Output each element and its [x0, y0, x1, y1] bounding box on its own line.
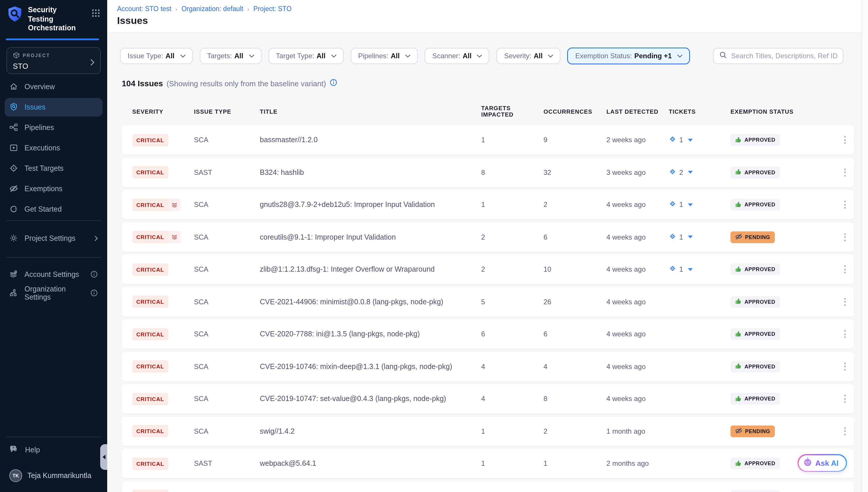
- issue-title-cell[interactable]: swig//1.4.2: [260, 427, 481, 435]
- table-row[interactable]: CRITICAL SAST django@1.2 1 22 2 months a…: [122, 481, 854, 492]
- chevron-down-icon: [248, 54, 254, 58]
- table-row[interactable]: CRITICAL SCA CVE-2021-44906: minimist@0.…: [122, 287, 854, 316]
- ticket-cell[interactable]: 1: [669, 135, 731, 145]
- user-menu[interactable]: TK Teja Kummarikuntla: [5, 466, 103, 485]
- issue-title-cell[interactable]: CVE-2019-10747: set-value@0.4.3 (lang-pk…: [260, 395, 481, 403]
- caret-down-icon[interactable]: [688, 236, 692, 239]
- issue-title-cell[interactable]: webpack@5.64.1: [260, 459, 481, 468]
- sidebar-item-overview[interactable]: Overview: [5, 77, 103, 96]
- ticket-cell[interactable]: 1: [669, 265, 731, 274]
- targets-impacted-cell: 8: [481, 168, 544, 176]
- table-header-row: SEVERITY ISSUE TYPE TITLE TARGETS IMPACT…: [122, 105, 854, 118]
- table-row[interactable]: CRITICAL SCA zlib@1:1.2.13.dfsg-1: Integ…: [122, 255, 854, 284]
- issue-title-cell[interactable]: bassmaster//1.2.0: [260, 136, 481, 144]
- targets-impacted-cell: 4: [481, 362, 544, 370]
- jira-icon: [669, 135, 676, 145]
- jira-icon: [669, 232, 676, 242]
- caret-down-icon[interactable]: [688, 171, 692, 174]
- row-menu-kebab[interactable]: [842, 263, 849, 276]
- issue-title-cell[interactable]: CVE-2020-7788: ini@1.3.5 (lang-pkgs, nod…: [260, 330, 481, 338]
- filter-scanner[interactable]: Scanner:All: [425, 48, 490, 64]
- table-row[interactable]: CRITICAL SCA coreutils@9.1-1: Improper I…: [122, 222, 854, 251]
- ticket-count: 1: [679, 233, 683, 241]
- info-icon[interactable]: [330, 78, 337, 89]
- row-menu-kebab[interactable]: [842, 295, 849, 308]
- caret-down-icon[interactable]: [688, 139, 692, 141]
- project-selector[interactable]: PROJECT STO: [6, 47, 101, 74]
- sidebar-collapse-handle[interactable]: [100, 444, 107, 470]
- issue-title-cell[interactable]: CVE-2021-44906: minimist@0.0.8 (lang-pkg…: [260, 298, 481, 306]
- row-menu-kebab[interactable]: [842, 230, 849, 243]
- breadcrumb-account-link[interactable]: Account: STO test: [117, 5, 171, 12]
- issue-type-cell: SCA: [194, 265, 260, 273]
- app-grid-icon[interactable]: [91, 9, 100, 20]
- sidebar-item-exemptions[interactable]: Exemptions: [5, 179, 103, 198]
- help-button[interactable]: ? Help: [5, 441, 103, 459]
- org-chart-gear-icon: [9, 289, 18, 298]
- caret-down-icon[interactable]: [688, 203, 692, 206]
- issue-title-cell[interactable]: CVE-2019-10746: mixin-deep@1.3.1 (lang-p…: [260, 362, 481, 370]
- row-menu-kebab[interactable]: [842, 360, 849, 373]
- ticket-cell[interactable]: 1: [669, 232, 731, 242]
- issue-title-cell[interactable]: coreutils@9.1-1: Improper Input Validati…: [260, 233, 481, 241]
- exemption-status-badge: APPROVED: [731, 199, 780, 211]
- row-menu-kebab[interactable]: [842, 392, 849, 405]
- last-detected-cell: 4 weeks ago: [606, 395, 669, 403]
- table-row[interactable]: CRITICAL SCA CVE-2019-10746: mixin-deep@…: [122, 352, 854, 381]
- row-menu-kebab[interactable]: [842, 198, 849, 211]
- table-row[interactable]: CRITICAL SAST webpack@5.64.1 1 1 2 month…: [122, 449, 854, 478]
- sidebar-item-project-settings[interactable]: Project Settings: [5, 229, 103, 248]
- scrollbar-track[interactable]: [862, 0, 868, 492]
- severity-badge: CRITICAL: [132, 263, 168, 275]
- table-row[interactable]: CRITICAL SCA bassmaster//1.2.0 1 9 2 wee…: [122, 125, 854, 154]
- breadcrumb: Account: STO test › Organization: defaul…: [117, 5, 868, 12]
- issue-title-cell[interactable]: zlib@1:1.2.13.dfsg-1: Integer Overflow o…: [260, 265, 481, 273]
- sidebar-item-pipelines[interactable]: Pipelines: [5, 118, 103, 137]
- sidebar-item-label: Project Settings: [24, 234, 75, 243]
- chevron-down-icon: [477, 54, 483, 58]
- filter-exemption-status[interactable]: Exemption Status:Pending +1: [568, 48, 690, 64]
- sidebar-item-label: Pipelines: [24, 124, 54, 132]
- info-icon[interactable]: [90, 290, 98, 297]
- severity-badge: CRITICAL: [132, 393, 168, 405]
- row-menu-kebab[interactable]: [842, 489, 849, 492]
- row-menu-kebab[interactable]: [842, 425, 849, 438]
- approved-thumbs-up-icon: [735, 363, 742, 370]
- breadcrumb-organization-link[interactable]: Organization: default: [181, 5, 243, 12]
- sidebar-item-account-settings[interactable]: Account Settings: [5, 265, 103, 284]
- chevron-separator: ›: [175, 5, 177, 12]
- issue-title-cell[interactable]: gnutls28@3.7.9-2+deb12u5: Improper Input…: [260, 200, 481, 209]
- row-menu-kebab[interactable]: [842, 133, 849, 146]
- info-icon[interactable]: [90, 271, 98, 278]
- row-menu-kebab[interactable]: [842, 328, 849, 340]
- filter-target-type[interactable]: Target Type:All: [268, 48, 343, 64]
- filter-targets[interactable]: Targets:All: [200, 48, 261, 64]
- row-menu-kebab[interactable]: [842, 166, 849, 179]
- targets-impacted-cell: 1: [481, 136, 544, 144]
- table-row[interactable]: CRITICAL SCA swig//1.4.2 1 2 1 month ago…: [122, 417, 854, 446]
- issue-title-cell[interactable]: B324: hashlib: [260, 168, 481, 176]
- pipelines-icon: [9, 123, 18, 132]
- sidebar-item-organization-settings[interactable]: Organization Settings: [5, 284, 103, 302]
- sidebar-item-label: Overview: [24, 83, 55, 91]
- sidebar-item-executions[interactable]: Executions: [5, 139, 103, 157]
- occurrences-cell: 2: [544, 200, 606, 209]
- ask-ai-button[interactable]: Ask AI: [797, 454, 847, 472]
- ticket-cell[interactable]: 2: [669, 168, 731, 177]
- sidebar-item-test-targets[interactable]: Test Targets: [5, 159, 103, 178]
- caret-down-icon[interactable]: [688, 268, 692, 271]
- filter-pipelines[interactable]: Pipelines:All: [350, 48, 418, 64]
- table-row[interactable]: CRITICAL SCA CVE-2020-7788: ini@1.3.5 (l…: [122, 319, 854, 349]
- severity-badge: CRITICAL: [132, 457, 168, 470]
- filter-severity[interactable]: Severity:All: [497, 48, 561, 64]
- breadcrumb-project-link[interactable]: Project: STO: [254, 5, 292, 12]
- sidebar-item-get-started[interactable]: Get Started: [5, 200, 103, 219]
- table-row[interactable]: CRITICAL SCA CVE-2019-10747: set-value@0…: [122, 384, 854, 413]
- sidebar-item-issues[interactable]: Issues: [5, 98, 103, 117]
- last-detected-cell: 1 month ago: [606, 427, 669, 435]
- table-row[interactable]: CRITICAL SCA gnutls28@3.7.9-2+deb12u5: I…: [122, 190, 854, 219]
- filter-issue-type[interactable]: Issue Type:All: [120, 48, 192, 64]
- table-row[interactable]: CRITICAL SAST B324: hashlib 8 32 3 weeks…: [122, 158, 854, 187]
- ticket-cell[interactable]: 1: [669, 200, 731, 209]
- search-input[interactable]: [731, 52, 837, 60]
